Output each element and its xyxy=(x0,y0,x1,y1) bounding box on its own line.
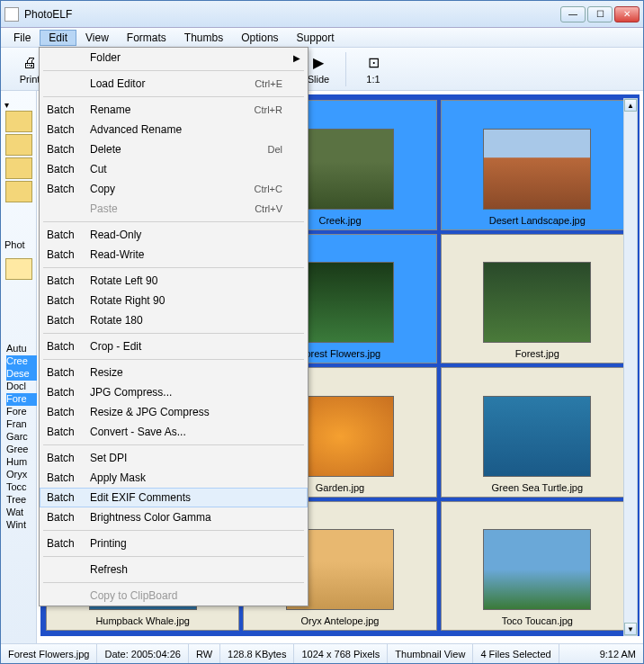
menuitem-copy-to-clipboard: Copy to ClipBoard xyxy=(40,586,308,606)
thumbnail-image xyxy=(483,396,591,477)
status-selected: 4 Files Selected xyxy=(473,644,559,663)
thumbnail[interactable]: Desert Landscape.jpg xyxy=(441,100,634,230)
menuitem-paste: PasteCtrl+V xyxy=(40,199,308,219)
thumbnail-caption: Green Sea Turtle.jpg xyxy=(445,482,630,493)
minimize-button[interactable]: — xyxy=(560,6,586,22)
thumbnail-caption: Oryx Antelope.jpg xyxy=(247,615,432,626)
menuitem-apply-mask[interactable]: BatchApply Mask xyxy=(40,468,308,488)
print-icon: 🖨 xyxy=(21,54,39,72)
edit-menu-dropdown: Folder▶Load EditorCtrl+EBatchRenameCtrl+… xyxy=(39,47,309,606)
status-rw: RW xyxy=(189,644,220,663)
status-date: Date: 2005:04:26 xyxy=(97,644,188,663)
menuitem-set-dpi[interactable]: BatchSet DPI xyxy=(40,448,308,468)
app-window: PhotoELF — ☐ ✕ FileEditViewFormatsThumbs… xyxy=(0,0,644,664)
statusbar: Forest Flowers.jpg Date: 2005:04:26 RW 1… xyxy=(1,643,643,663)
menuitem-delete[interactable]: BatchDeleteDel xyxy=(40,139,308,159)
menuitem-crop-edit[interactable]: BatchCrop - Edit xyxy=(40,336,308,356)
thumbnail-caption: Forest.jpg xyxy=(445,348,630,359)
menu-formats[interactable]: Formats xyxy=(118,30,175,46)
window-title: PhotoELF xyxy=(24,8,560,21)
submenu-arrow-icon: ▶ xyxy=(293,53,300,63)
vertical-scrollbar[interactable]: ▲ ▼ xyxy=(623,98,638,636)
menuitem-rotate-right-90[interactable]: BatchRotate Right 90 xyxy=(40,291,308,310)
menuitem-convert-save-as-[interactable]: BatchConvert - Save As... xyxy=(40,422,308,442)
status-filename: Forest Flowers.jpg xyxy=(1,644,97,663)
thumbnail-image xyxy=(483,529,591,610)
close-button[interactable]: ✕ xyxy=(614,6,640,22)
folder-icon[interactable] xyxy=(5,111,32,132)
thumbnail[interactable]: Toco Toucan.jpg xyxy=(441,501,634,632)
thumbnail[interactable]: Green Sea Turtle.jpg xyxy=(441,367,634,498)
menuitem-copy[interactable]: BatchCopyCtrl+C xyxy=(40,179,308,199)
menu-edit[interactable]: Edit xyxy=(40,30,76,46)
status-size: 128.8 KBytes xyxy=(220,644,294,663)
maximize-button[interactable]: ☐ xyxy=(587,6,613,22)
scroll-down-button[interactable]: ▼ xyxy=(624,623,637,635)
toolbar-label: 1:1 xyxy=(366,74,380,85)
status-time: 9:12 AM xyxy=(593,644,643,663)
menuitem-resize-jpg-compress[interactable]: BatchResize & JPG Compress xyxy=(40,402,308,422)
thumbnail-image xyxy=(483,129,591,210)
folder-icon[interactable] xyxy=(5,134,32,156)
menuitem-read-only[interactable]: BatchRead-Only xyxy=(40,225,308,245)
menuitem-rotate-180[interactable]: BatchRotate 180 xyxy=(40,310,308,330)
menu-view[interactable]: View xyxy=(76,30,118,46)
menu-file[interactable]: File xyxy=(4,30,40,46)
menuitem-folder[interactable]: Folder▶ xyxy=(40,48,308,67)
camera-icon[interactable] xyxy=(5,258,32,280)
menu-thumbs[interactable]: Thumbs xyxy=(175,30,232,46)
sidebar-label: Phot xyxy=(1,239,36,250)
menuitem-rotate-left-90[interactable]: BatchRotate Left 90 xyxy=(40,271,308,291)
thumbnail[interactable]: Forest.jpg xyxy=(441,234,634,364)
menuitem-jpg-compress-[interactable]: BatchJPG Compress... xyxy=(40,382,308,402)
thumbnail-caption: Toco Toucan.jpg xyxy=(445,615,630,626)
thumbnail-caption: Humpback Whale.jpg xyxy=(50,615,235,626)
thumbnail-caption: Desert Landscape.jpg xyxy=(445,215,630,226)
slide-icon: ▶ xyxy=(309,54,327,72)
menuitem-read-write[interactable]: BatchRead-Write xyxy=(40,245,308,265)
status-view: Thumbnail View xyxy=(388,644,473,663)
menuitem-load-editor[interactable]: Load EditorCtrl+E xyxy=(40,74,308,94)
1:1-icon: ⊡ xyxy=(364,54,382,72)
menuitem-advanced-rename[interactable]: BatchAdvanced Rename xyxy=(40,120,308,139)
folder-icon[interactable] xyxy=(5,157,32,179)
menuitem-cut[interactable]: BatchCut xyxy=(40,159,308,179)
menuitem-edit-exif-comments[interactable]: BatchEdit EXIF Comments xyxy=(40,488,308,507)
titlebar: PhotoELF — ☐ ✕ xyxy=(1,1,643,28)
menu-options[interactable]: Options xyxy=(232,30,287,46)
menuitem-rename[interactable]: BatchRenameCtrl+R xyxy=(40,100,308,120)
toolbar-11[interactable]: ⊡1:1 xyxy=(350,49,397,89)
menuitem-printing[interactable]: BatchPrinting xyxy=(40,534,308,553)
folder-icon[interactable] xyxy=(5,181,32,202)
toolbar-label: Print xyxy=(20,74,40,85)
thumbnail-image xyxy=(483,262,591,343)
dropdown-icon[interactable]: ▾ xyxy=(1,100,36,110)
menu-support[interactable]: Support xyxy=(288,30,344,46)
toolbar-label: Slide xyxy=(308,74,329,85)
menuitem-brightness-color-gamma[interactable]: BatchBrightness Color Gamma xyxy=(40,507,308,527)
menuitem-resize[interactable]: BatchResize xyxy=(40,363,308,382)
menubar: FileEditViewFormatsThumbsOptionsSupport xyxy=(1,28,643,48)
app-icon xyxy=(4,7,19,22)
menuitem-refresh[interactable]: Refresh xyxy=(40,560,308,579)
scroll-up-button[interactable]: ▲ xyxy=(624,99,637,112)
status-dimensions: 1024 x 768 Pixels xyxy=(294,644,388,663)
